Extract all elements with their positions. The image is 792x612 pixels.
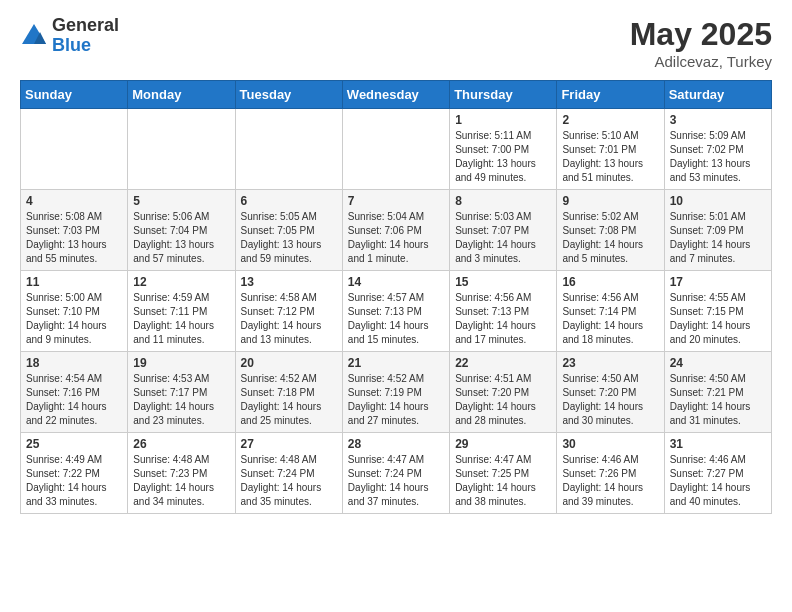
month-title: May 2025	[630, 16, 772, 53]
logo-icon	[20, 22, 48, 50]
calendar-cell: 15Sunrise: 4:56 AMSunset: 7:13 PMDayligh…	[450, 271, 557, 352]
day-info: Sunrise: 4:48 AMSunset: 7:24 PMDaylight:…	[241, 453, 337, 509]
weekday-header: Thursday	[450, 81, 557, 109]
calendar-cell	[235, 109, 342, 190]
calendar-cell: 28Sunrise: 4:47 AMSunset: 7:24 PMDayligh…	[342, 433, 449, 514]
day-number: 31	[670, 437, 766, 451]
calendar-cell: 3Sunrise: 5:09 AMSunset: 7:02 PMDaylight…	[664, 109, 771, 190]
day-number: 19	[133, 356, 229, 370]
day-info: Sunrise: 4:46 AMSunset: 7:26 PMDaylight:…	[562, 453, 658, 509]
calendar-cell: 31Sunrise: 4:46 AMSunset: 7:27 PMDayligh…	[664, 433, 771, 514]
calendar-cell: 14Sunrise: 4:57 AMSunset: 7:13 PMDayligh…	[342, 271, 449, 352]
day-number: 9	[562, 194, 658, 208]
day-info: Sunrise: 4:50 AMSunset: 7:20 PMDaylight:…	[562, 372, 658, 428]
day-number: 1	[455, 113, 551, 127]
day-info: Sunrise: 4:49 AMSunset: 7:22 PMDaylight:…	[26, 453, 122, 509]
day-number: 15	[455, 275, 551, 289]
header: General Blue May 2025 Adilcevaz, Turkey	[20, 16, 772, 70]
calendar-cell: 19Sunrise: 4:53 AMSunset: 7:17 PMDayligh…	[128, 352, 235, 433]
day-number: 24	[670, 356, 766, 370]
day-info: Sunrise: 5:05 AMSunset: 7:05 PMDaylight:…	[241, 210, 337, 266]
location-title: Adilcevaz, Turkey	[630, 53, 772, 70]
day-info: Sunrise: 4:57 AMSunset: 7:13 PMDaylight:…	[348, 291, 444, 347]
day-info: Sunrise: 4:47 AMSunset: 7:25 PMDaylight:…	[455, 453, 551, 509]
calendar-cell: 22Sunrise: 4:51 AMSunset: 7:20 PMDayligh…	[450, 352, 557, 433]
calendar-cell: 24Sunrise: 4:50 AMSunset: 7:21 PMDayligh…	[664, 352, 771, 433]
calendar-cell: 11Sunrise: 5:00 AMSunset: 7:10 PMDayligh…	[21, 271, 128, 352]
day-info: Sunrise: 5:06 AMSunset: 7:04 PMDaylight:…	[133, 210, 229, 266]
logo-general: General	[52, 16, 119, 36]
day-number: 11	[26, 275, 122, 289]
day-number: 12	[133, 275, 229, 289]
day-number: 25	[26, 437, 122, 451]
day-number: 28	[348, 437, 444, 451]
calendar-cell: 7Sunrise: 5:04 AMSunset: 7:06 PMDaylight…	[342, 190, 449, 271]
day-number: 14	[348, 275, 444, 289]
calendar-week-row: 25Sunrise: 4:49 AMSunset: 7:22 PMDayligh…	[21, 433, 772, 514]
calendar-cell: 1Sunrise: 5:11 AMSunset: 7:00 PMDaylight…	[450, 109, 557, 190]
day-number: 6	[241, 194, 337, 208]
day-info: Sunrise: 5:10 AMSunset: 7:01 PMDaylight:…	[562, 129, 658, 185]
day-number: 29	[455, 437, 551, 451]
day-info: Sunrise: 5:01 AMSunset: 7:09 PMDaylight:…	[670, 210, 766, 266]
day-number: 20	[241, 356, 337, 370]
page: General Blue May 2025 Adilcevaz, Turkey …	[0, 0, 792, 530]
calendar-cell: 26Sunrise: 4:48 AMSunset: 7:23 PMDayligh…	[128, 433, 235, 514]
day-number: 4	[26, 194, 122, 208]
day-info: Sunrise: 5:00 AMSunset: 7:10 PMDaylight:…	[26, 291, 122, 347]
title-area: May 2025 Adilcevaz, Turkey	[630, 16, 772, 70]
day-number: 22	[455, 356, 551, 370]
day-number: 21	[348, 356, 444, 370]
calendar-cell: 12Sunrise: 4:59 AMSunset: 7:11 PMDayligh…	[128, 271, 235, 352]
day-info: Sunrise: 4:54 AMSunset: 7:16 PMDaylight:…	[26, 372, 122, 428]
day-info: Sunrise: 4:51 AMSunset: 7:20 PMDaylight:…	[455, 372, 551, 428]
day-number: 2	[562, 113, 658, 127]
calendar-cell: 29Sunrise: 4:47 AMSunset: 7:25 PMDayligh…	[450, 433, 557, 514]
calendar-cell: 30Sunrise: 4:46 AMSunset: 7:26 PMDayligh…	[557, 433, 664, 514]
day-info: Sunrise: 4:46 AMSunset: 7:27 PMDaylight:…	[670, 453, 766, 509]
calendar-cell: 25Sunrise: 4:49 AMSunset: 7:22 PMDayligh…	[21, 433, 128, 514]
day-info: Sunrise: 4:55 AMSunset: 7:15 PMDaylight:…	[670, 291, 766, 347]
day-info: Sunrise: 4:56 AMSunset: 7:14 PMDaylight:…	[562, 291, 658, 347]
day-number: 5	[133, 194, 229, 208]
weekday-header: Wednesday	[342, 81, 449, 109]
day-number: 10	[670, 194, 766, 208]
logo: General Blue	[20, 16, 119, 56]
calendar-cell: 9Sunrise: 5:02 AMSunset: 7:08 PMDaylight…	[557, 190, 664, 271]
day-info: Sunrise: 5:08 AMSunset: 7:03 PMDaylight:…	[26, 210, 122, 266]
calendar-cell: 2Sunrise: 5:10 AMSunset: 7:01 PMDaylight…	[557, 109, 664, 190]
calendar-cell	[128, 109, 235, 190]
calendar-cell: 5Sunrise: 5:06 AMSunset: 7:04 PMDaylight…	[128, 190, 235, 271]
calendar-table: SundayMondayTuesdayWednesdayThursdayFrid…	[20, 80, 772, 514]
day-number: 7	[348, 194, 444, 208]
day-number: 3	[670, 113, 766, 127]
calendar-header-row: SundayMondayTuesdayWednesdayThursdayFrid…	[21, 81, 772, 109]
weekday-header: Monday	[128, 81, 235, 109]
day-info: Sunrise: 5:02 AMSunset: 7:08 PMDaylight:…	[562, 210, 658, 266]
calendar-cell: 20Sunrise: 4:52 AMSunset: 7:18 PMDayligh…	[235, 352, 342, 433]
day-number: 27	[241, 437, 337, 451]
logo-text: General Blue	[52, 16, 119, 56]
weekday-header: Sunday	[21, 81, 128, 109]
calendar-week-row: 4Sunrise: 5:08 AMSunset: 7:03 PMDaylight…	[21, 190, 772, 271]
calendar-week-row: 1Sunrise: 5:11 AMSunset: 7:00 PMDaylight…	[21, 109, 772, 190]
day-info: Sunrise: 4:47 AMSunset: 7:24 PMDaylight:…	[348, 453, 444, 509]
day-info: Sunrise: 4:52 AMSunset: 7:19 PMDaylight:…	[348, 372, 444, 428]
calendar-cell: 17Sunrise: 4:55 AMSunset: 7:15 PMDayligh…	[664, 271, 771, 352]
calendar-cell: 10Sunrise: 5:01 AMSunset: 7:09 PMDayligh…	[664, 190, 771, 271]
day-number: 30	[562, 437, 658, 451]
day-info: Sunrise: 4:59 AMSunset: 7:11 PMDaylight:…	[133, 291, 229, 347]
day-info: Sunrise: 4:58 AMSunset: 7:12 PMDaylight:…	[241, 291, 337, 347]
day-info: Sunrise: 4:56 AMSunset: 7:13 PMDaylight:…	[455, 291, 551, 347]
calendar-cell: 8Sunrise: 5:03 AMSunset: 7:07 PMDaylight…	[450, 190, 557, 271]
day-number: 23	[562, 356, 658, 370]
day-info: Sunrise: 5:09 AMSunset: 7:02 PMDaylight:…	[670, 129, 766, 185]
calendar-cell	[342, 109, 449, 190]
day-info: Sunrise: 4:53 AMSunset: 7:17 PMDaylight:…	[133, 372, 229, 428]
calendar-cell: 23Sunrise: 4:50 AMSunset: 7:20 PMDayligh…	[557, 352, 664, 433]
calendar-cell: 27Sunrise: 4:48 AMSunset: 7:24 PMDayligh…	[235, 433, 342, 514]
calendar-week-row: 18Sunrise: 4:54 AMSunset: 7:16 PMDayligh…	[21, 352, 772, 433]
calendar-cell: 6Sunrise: 5:05 AMSunset: 7:05 PMDaylight…	[235, 190, 342, 271]
calendar-cell	[21, 109, 128, 190]
day-info: Sunrise: 5:04 AMSunset: 7:06 PMDaylight:…	[348, 210, 444, 266]
